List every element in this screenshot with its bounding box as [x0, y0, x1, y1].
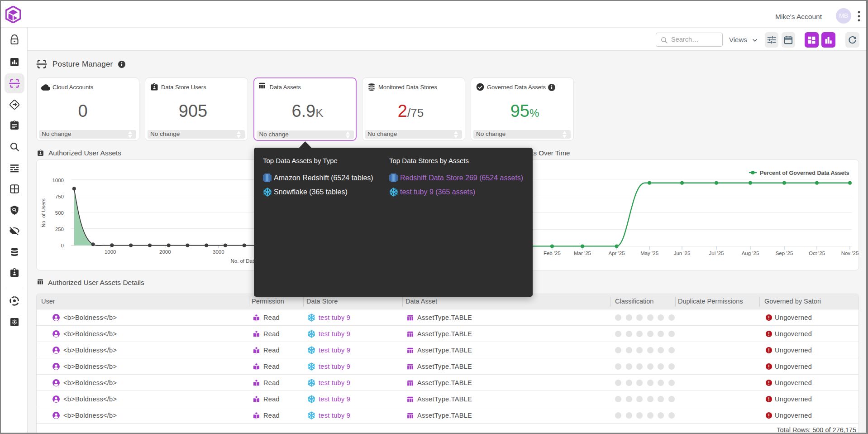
svg-text:May '25: May '25 [640, 251, 658, 256]
svg-text:Aug '25: Aug '25 [742, 251, 759, 256]
svg-text:Oct '25: Oct '25 [809, 251, 825, 256]
svg-text:3000: 3000 [213, 249, 224, 255]
svg-text:Nov '25: Nov '25 [841, 251, 859, 256]
svg-text:1000: 1000 [52, 178, 64, 183]
svg-text:0: 0 [61, 243, 64, 248]
svg-text:Sep '25: Sep '25 [776, 251, 793, 256]
svg-text:1000: 1000 [105, 249, 116, 255]
svg-text:Jul '25: Jul '25 [709, 251, 724, 256]
svg-text:250: 250 [55, 227, 64, 232]
svg-text:Mar '25: Mar '25 [574, 251, 591, 256]
svg-text:Percent of Governed Data Asset: Percent of Governed Data Assets [760, 170, 849, 176]
svg-text:750: 750 [55, 194, 64, 199]
svg-text:No. of Users: No. of Users [41, 198, 46, 227]
svg-text:Feb '25: Feb '25 [544, 251, 561, 256]
svg-text:500: 500 [55, 210, 64, 216]
svg-text:2000: 2000 [159, 249, 171, 255]
svg-text:Jun '25: Jun '25 [674, 251, 691, 256]
svg-text:Apr '25: Apr '25 [609, 251, 625, 256]
